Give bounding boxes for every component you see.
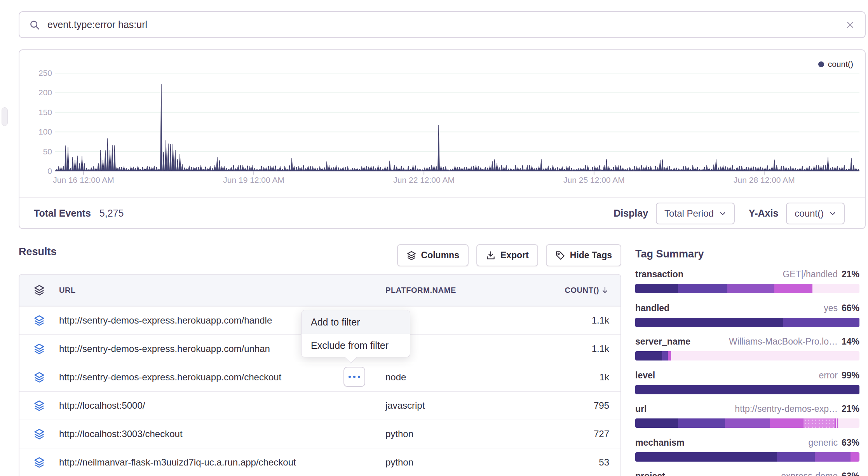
- tag-bar-segment[interactable]: [635, 318, 783, 327]
- y-axis-tick-label: 250: [25, 68, 52, 78]
- table-row: http://neilmanvar-flask-m3uuizd7iq-uc.a.…: [19, 448, 620, 476]
- tag-bar-segment[interactable]: [635, 452, 777, 462]
- tag-top-percent: 63%: [842, 471, 859, 476]
- tag-name[interactable]: transaction: [635, 269, 683, 280]
- column-header-url[interactable]: URL: [59, 286, 385, 295]
- tag-top-value: http://sentry-demos-exp…: [735, 404, 838, 414]
- search-bar: [19, 11, 866, 38]
- cell-url[interactable]: http://neilmanvar-flask-m3uuizd7iq-uc.a.…: [59, 457, 385, 468]
- tag-distribution-bar[interactable]: [635, 284, 859, 293]
- cell-count: 795: [549, 400, 620, 411]
- tag-bar-segment[interactable]: [671, 351, 859, 360]
- tag-bar-segment[interactable]: [635, 284, 678, 293]
- tag-bar-segment[interactable]: [678, 418, 725, 428]
- display-dropdown[interactable]: Total Period: [656, 203, 735, 224]
- tag-bar-segment[interactable]: [783, 318, 859, 327]
- layers-icon[interactable]: [19, 400, 59, 411]
- tag-distribution-bar[interactable]: [635, 351, 859, 360]
- cell-platform[interactable]: python: [385, 457, 549, 468]
- tag-entry-handled: handledyes66%: [635, 303, 859, 327]
- tag-bar-segment[interactable]: [770, 418, 804, 428]
- x-axis-tick-label: Jun 19 12:00 AM: [211, 175, 296, 185]
- layers-icon: [406, 250, 417, 261]
- tag-distribution-bar[interactable]: [635, 385, 859, 394]
- panel-resize-handle[interactable]: [2, 107, 8, 126]
- cell-actions-button[interactable]: [343, 367, 365, 387]
- tag-top-value: error: [819, 370, 838, 381]
- events-area-chart[interactable]: [55, 59, 859, 176]
- tag-bar-segment[interactable]: [668, 351, 671, 360]
- tag-distribution-bar[interactable]: [635, 452, 859, 462]
- cell-count: 727: [549, 429, 620, 439]
- tag-top-value: express-demo: [781, 471, 838, 476]
- tag-bar-segment[interactable]: [635, 418, 678, 428]
- tag-bar-segment[interactable]: [635, 385, 859, 394]
- tag-bar-segment[interactable]: [835, 418, 839, 428]
- tag-distribution-bar[interactable]: [635, 418, 859, 428]
- tag-name[interactable]: mechanism: [635, 438, 685, 448]
- tag-icon: [555, 250, 565, 261]
- events-chart-panel: count() 050100150200250 Jun 16 12:00 AMJ…: [19, 49, 866, 229]
- cell-platform[interactable]: node: [385, 372, 549, 383]
- cell-count: 1.1k: [549, 343, 620, 354]
- hide-tags-button[interactable]: Hide Tags: [546, 244, 621, 266]
- columns-button[interactable]: Columns: [397, 244, 469, 266]
- y-axis-tick-label: 200: [25, 88, 52, 97]
- clear-search-icon[interactable]: [845, 19, 856, 30]
- yaxis-dropdown[interactable]: count(): [786, 203, 845, 224]
- column-header-count[interactable]: COUNT(): [549, 286, 620, 295]
- sort-desc-icon: [601, 286, 609, 294]
- chevron-down-icon: [829, 210, 836, 217]
- tag-bar-segment[interactable]: [804, 418, 835, 428]
- tag-bar-segment[interactable]: [725, 418, 770, 428]
- table-row: http://sentry-demos-express.herokuapp.co…: [19, 363, 620, 392]
- tag-bar-segment[interactable]: [774, 284, 812, 293]
- cell-url[interactable]: http://sentry-demos-express.herokuapp.co…: [59, 372, 385, 383]
- results-table: URL PLATFORM.NAME COUNT() http://sentry-…: [19, 274, 621, 476]
- layers-icon[interactable]: [19, 457, 59, 468]
- cell-platform[interactable]: python: [385, 429, 549, 439]
- layers-icon[interactable]: [19, 428, 59, 440]
- results-heading: Results: [19, 246, 57, 258]
- tag-name[interactable]: level: [635, 370, 655, 381]
- tag-name[interactable]: url: [635, 404, 647, 414]
- cell-url[interactable]: http://localhost:5000/: [59, 400, 385, 411]
- export-button[interactable]: Export: [476, 244, 538, 266]
- tag-top-value: GET|/handled: [783, 269, 838, 280]
- cell-url[interactable]: http://localhost:3003/checkout: [59, 429, 385, 439]
- tag-name[interactable]: project: [635, 471, 665, 476]
- tag-name[interactable]: server_name: [635, 336, 690, 347]
- layers-icon[interactable]: [19, 343, 59, 355]
- cell-platform[interactable]: javascript: [385, 400, 549, 411]
- x-axis-tick-label: Jun 16 12:00 AM: [41, 175, 126, 185]
- tag-summary-heading: Tag Summary: [635, 248, 704, 260]
- tag-bar-segment[interactable]: [678, 284, 727, 293]
- total-events-label: Total Events: [34, 208, 91, 219]
- tag-top-percent: 63%: [842, 438, 859, 448]
- search-input[interactable]: [47, 19, 845, 30]
- tag-bar-segment[interactable]: [662, 351, 668, 360]
- layers-icon[interactable]: [19, 315, 59, 326]
- column-header-platform[interactable]: PLATFORM.NAME: [385, 286, 549, 295]
- tag-name[interactable]: handled: [635, 303, 669, 313]
- tag-bar-segment[interactable]: [815, 452, 851, 462]
- tag-bar-segment[interactable]: [635, 351, 662, 360]
- layers-icon[interactable]: [19, 371, 59, 383]
- download-icon: [486, 250, 496, 261]
- tag-distribution-bar[interactable]: [635, 318, 859, 327]
- y-axis-tick-label: 100: [25, 127, 52, 136]
- tag-bar-segment[interactable]: [727, 284, 774, 293]
- y-axis-tick-label: 150: [25, 108, 52, 117]
- menu-item-exclude-from-filter[interactable]: Exclude from filter: [302, 334, 410, 357]
- tag-top-percent: 21%: [842, 404, 859, 414]
- tag-entry-project: projectexpress-demo63%: [635, 471, 859, 476]
- tag-bar-segment[interactable]: [851, 452, 859, 462]
- tag-top-percent: 21%: [842, 269, 859, 280]
- layers-icon: [19, 284, 59, 296]
- tag-bar-segment[interactable]: [812, 284, 859, 293]
- tag-bar-segment[interactable]: [777, 452, 815, 462]
- x-axis-tick-label: Jun 25 12:00 AM: [551, 175, 637, 185]
- tag-bar-segment[interactable]: [839, 418, 859, 428]
- menu-item-add-to-filter[interactable]: Add to filter: [302, 310, 410, 334]
- tag-entry-level: levelerror99%: [635, 370, 859, 394]
